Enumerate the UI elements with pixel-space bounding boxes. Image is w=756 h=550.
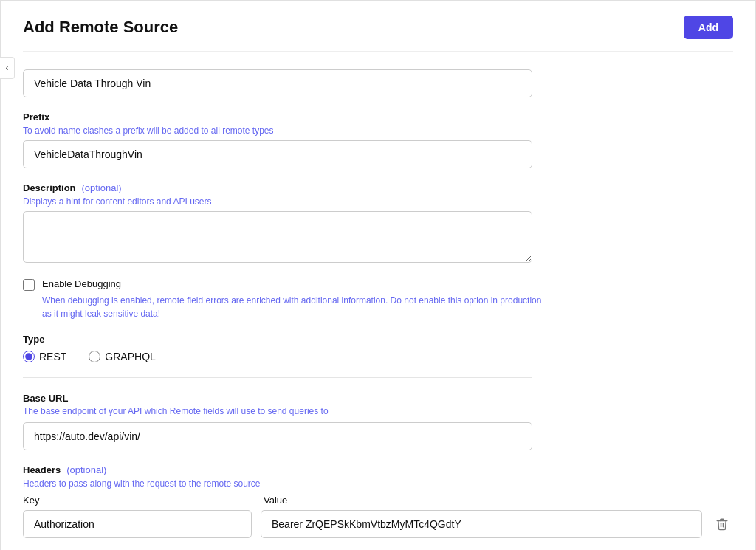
key-column-label: Key — [23, 495, 252, 506]
prefix-hint: To avoid name clashes a prefix will be a… — [23, 126, 733, 136]
page-title: Add Remote Source — [23, 18, 178, 37]
prefix-label: Prefix — [23, 111, 49, 123]
header-key-input-0[interactable] — [23, 510, 252, 538]
page-container: ‹ Add Remote Source Add Prefix To avoid … — [0, 0, 756, 550]
section-divider — [23, 377, 532, 378]
debugging-checkbox-label: Enable Debugging — [42, 278, 121, 289]
delete-header-button-0[interactable] — [711, 513, 733, 535]
headers-optional-label: (optional) — [66, 464, 106, 475]
headers-label-row: Headers (optional) — [23, 464, 733, 475]
headers-section: Headers (optional) Headers to pass along… — [23, 464, 733, 538]
description-label: Description — [23, 182, 76, 193]
base-url-section: Base URL The base endpoint of your API w… — [23, 393, 733, 450]
type-option-graphql[interactable]: GRAPHQL — [89, 351, 155, 362]
headers-col-labels: Key Value — [23, 495, 733, 506]
page-header: Add Remote Source Add — [23, 16, 733, 52]
description-optional-label: (optional) — [81, 182, 121, 193]
prefix-section: Prefix To avoid name clashes a prefix wi… — [23, 111, 733, 168]
description-input[interactable] — [23, 211, 532, 263]
type-radio-group: REST GRAPHQL — [23, 351, 733, 362]
back-arrow-button[interactable]: ‹ — [0, 57, 15, 79]
headers-hint: Headers to pass along with the request t… — [23, 478, 733, 489]
base-url-hint: The base endpoint of your API which Remo… — [23, 406, 733, 416]
debugging-checkbox[interactable] — [23, 279, 35, 291]
value-column-label: Value — [264, 495, 733, 506]
base-url-input[interactable] — [23, 422, 532, 450]
type-option-rest[interactable]: REST — [23, 351, 66, 362]
debugging-section: Enable Debugging When debugging is enabl… — [23, 278, 733, 320]
description-section: Description (optional) Displays a hint f… — [23, 182, 733, 265]
graphql-radio[interactable] — [89, 351, 100, 362]
rest-radio-label: REST — [39, 351, 66, 362]
base-url-label: Base URL — [23, 393, 733, 404]
add-button[interactable]: Add — [684, 16, 733, 39]
trash-icon — [715, 518, 729, 531]
prefix-label-row: Prefix — [23, 111, 733, 123]
debugging-checkbox-row: Enable Debugging — [23, 278, 733, 291]
graphql-radio-label: GRAPHQL — [105, 351, 155, 362]
rest-radio[interactable] — [23, 351, 35, 362]
name-input[interactable] — [23, 69, 532, 97]
header-row-0 — [23, 510, 733, 538]
prefix-input[interactable] — [23, 140, 532, 168]
back-icon: ‹ — [6, 63, 9, 73]
header-value-input-0[interactable] — [261, 510, 702, 538]
type-label: Type — [23, 334, 733, 345]
debugging-hint: When debugging is enabled, remote field … — [42, 294, 544, 320]
description-label-row: Description (optional) — [23, 182, 733, 193]
type-section: Type REST GRAPHQL — [23, 334, 733, 362]
name-field-section — [23, 69, 733, 97]
headers-label: Headers — [23, 464, 61, 475]
description-hint: Displays a hint for content editors and … — [23, 196, 733, 207]
